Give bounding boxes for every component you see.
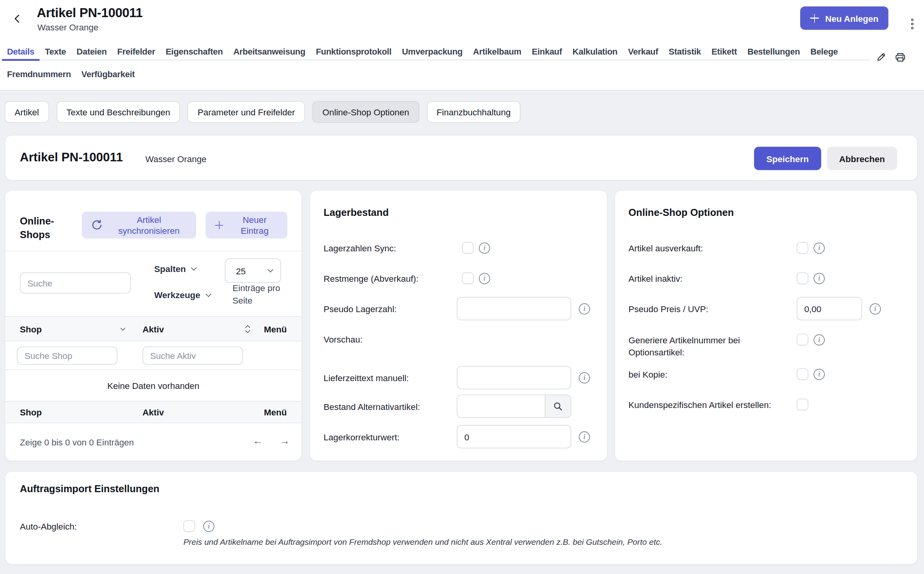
empty-state: Keine Daten vorhanden [5,370,302,401]
tab-artikelbaum[interactable]: Artikelbaum [468,44,526,60]
shop-optionen-panel: Online-Shop Optionen Artikel ausverkauft… [614,190,918,461]
info-icon[interactable]: i [579,303,590,314]
kundenspezifisch-checkbox[interactable] [797,399,808,410]
artikel-inaktiv-checkbox[interactable] [797,272,808,284]
info-icon[interactable]: i [814,242,825,254]
sync-articles-button[interactable]: Artikel synchronisieren [82,212,196,238]
sort-icon[interactable] [246,325,250,333]
tab-details[interactable]: Details [2,44,40,60]
pill-artikel[interactable]: Artikel [5,101,49,123]
info-icon[interactable]: i [814,334,825,346]
tab-fremdnummern[interactable]: Fremdnummern [2,67,76,82]
tab-einkauf[interactable]: Einkauf [526,44,567,60]
info-icon[interactable]: i [814,273,825,284]
form-row-lagerzahlen-sync: Lagerzahlen Sync: i [310,233,607,263]
new-entry-button[interactable]: Neuer Eintrag [206,212,287,238]
cancel-button[interactable]: Abbrechen [827,147,897,170]
info-icon[interactable]: i [479,273,490,284]
info-icon[interactable]: i [479,242,490,254]
tab-belege[interactable]: Belege [805,44,843,60]
artikel-ausverkauft-checkbox[interactable] [797,242,808,254]
new-entry-label: Neuer Eintrag [229,214,280,236]
form-row-lagerkorrekturwert: Lagerkorrekturwert: i [310,422,607,452]
tab-dateien[interactable]: Dateien [71,44,112,60]
auftragsimport-title: Auftragsimport Einstellungen [20,484,159,495]
field-label: Restmenge (Abverkauf): [324,273,457,283]
plus-icon [215,221,223,229]
chevron-left-icon [14,14,21,23]
tab-bestellungen[interactable]: Bestellungen [742,44,805,60]
print-icon[interactable] [895,52,906,63]
column-aktiv: Aktiv [143,407,164,417]
pseudo-preis-input[interactable] [797,297,862,320]
generiere-artikelnummer-checkbox[interactable] [797,334,808,346]
new-article-button[interactable]: Neu Anlegen [800,7,889,30]
sync-icon [91,219,103,231]
info-icon[interactable]: i [814,369,825,380]
bei-kopie-checkbox[interactable] [797,368,808,380]
info-icon[interactable]: i [579,431,590,442]
filter-row [5,341,302,370]
pill-finanzbuchhaltung[interactable]: Finanzbuchhaltung [427,101,521,123]
tab-umverpackung[interactable]: Umverpackung [397,44,468,60]
tab-freifelder[interactable]: Freifelder [112,44,160,60]
back-button[interactable] [11,12,23,25]
entries-summary: Zeige 0 bis 0 von 0 Einträgen [20,437,134,447]
column-menu: Menü [264,407,287,417]
more-options-button[interactable] [908,13,917,35]
form-row-bestand-alternativartikel: Bestand Alternativartikel: [310,391,607,422]
form-row-restmenge: Restmenge (Abverkauf): i [310,263,607,293]
tab-arbeitsanweisung[interactable]: Arbeitsanweisung [228,44,311,60]
auto-abgleich-checkbox[interactable] [183,520,195,532]
restmenge-checkbox[interactable] [462,272,474,284]
tab-kalkulation[interactable]: Kalkulation [567,44,623,60]
tab-funktionsprotokoll[interactable]: Funktionsprotokoll [311,44,397,60]
field-label: Lieferzeittext manuell: [324,373,457,383]
form-row-artikel-ausverkauft: Artikel ausverkauft: i [615,233,917,263]
tab-texte[interactable]: Texte [40,44,71,60]
shop-optionen-title: Online-Shop Optionen [615,191,917,220]
next-page-arrow[interactable]: → [280,436,290,447]
info-icon[interactable]: i [870,303,881,314]
tab-verfuegbarkeit[interactable]: Verfügbarkeit [76,67,140,82]
chevron-down-icon [191,265,197,271]
page-title: Artikel PN-100011 [37,5,143,21]
tab-etikett[interactable]: Etikett [706,44,742,60]
pseudo-lagerzahl-input[interactable] [457,297,571,320]
tab-verkauf[interactable]: Verkauf [623,44,664,60]
section-pills: Artikel Texte und Beschreibungen Paramet… [5,101,924,123]
lagerzahlen-sync-checkbox[interactable] [462,242,474,254]
form-row-bei-kopie: bei Kopie: i [615,359,917,389]
search-input[interactable] [20,272,131,293]
prev-page-arrow[interactable]: ← [253,436,263,447]
lagerkorrekturwert-input[interactable] [457,425,571,449]
form-row-pseudo-preis: Pseudo Preis / UVP: i [615,293,917,324]
article-search-button[interactable] [545,395,571,417]
edit-icon[interactable] [876,52,886,63]
tools-dropdown[interactable]: Werkzeuge [154,290,209,300]
page-size-select[interactable]: 25 [225,258,281,283]
column-aktiv[interactable]: Aktiv [143,324,164,334]
online-shops-panel: Online-Shops Artikel synchronisieren Neu… [5,190,302,461]
field-label: Artikel inaktiv: [628,273,795,283]
filter-aktiv-input[interactable] [143,347,243,365]
bestand-alternativartikel-input[interactable] [458,395,545,417]
lieferzeittext-input[interactable] [457,366,571,389]
form-row-vorschau: Vorschau: [310,324,607,354]
table-footer-header: Shop Aktiv Menü [5,401,302,423]
pill-texte-und-beschreibungen[interactable]: Texte und Beschreibungen [56,101,180,123]
tab-eigenschaften[interactable]: Eigenschaften [160,44,228,60]
info-icon[interactable]: i [579,372,590,383]
columns-dropdown[interactable]: Spalten [154,264,195,274]
save-button[interactable]: Speichern [754,147,821,170]
form-row-artikel-inaktiv: Artikel inaktiv: i [615,263,917,293]
pill-parameter-und-freifelder[interactable]: Parameter und Freifelder [188,101,305,123]
pill-online-shop-optionen[interactable]: Online-Shop Optionen [313,101,419,123]
column-shop[interactable]: Shop [20,324,42,334]
sort-chevron-icon[interactable] [120,322,124,332]
sync-articles-label: Artikel synchronisieren [109,214,189,236]
tab-statistik[interactable]: Statistik [664,44,706,60]
info-icon[interactable]: i [203,521,215,532]
page-size-value: 25 [236,266,246,276]
filter-shop-input[interactable] [17,347,118,365]
